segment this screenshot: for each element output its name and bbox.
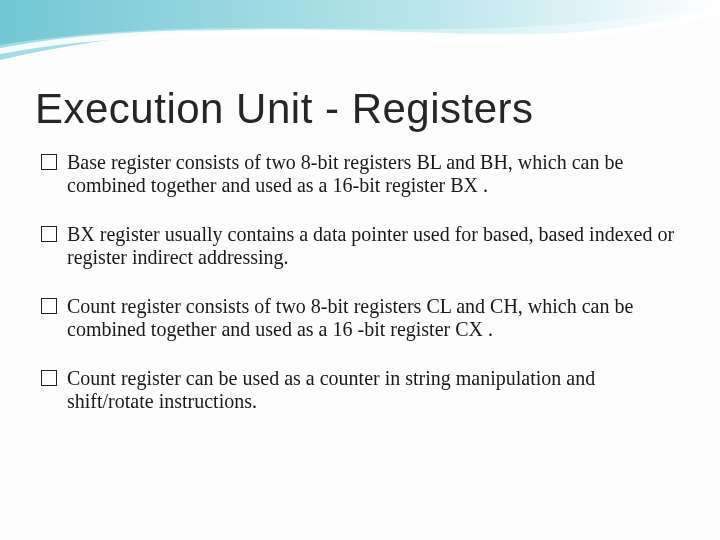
bullet-item: Count register consists of two 8-bit reg… xyxy=(39,295,685,341)
bullet-list: Base register consists of two 8-bit regi… xyxy=(35,151,685,413)
slide-title: Execution Unit - Registers xyxy=(35,85,685,133)
bullet-item: Count register can be used as a counter … xyxy=(39,367,685,413)
bullet-item: BX register usually contains a data poin… xyxy=(39,223,685,269)
bullet-item: Base register consists of two 8-bit regi… xyxy=(39,151,685,197)
slide-content: Execution Unit - Registers Base register… xyxy=(0,0,720,469)
